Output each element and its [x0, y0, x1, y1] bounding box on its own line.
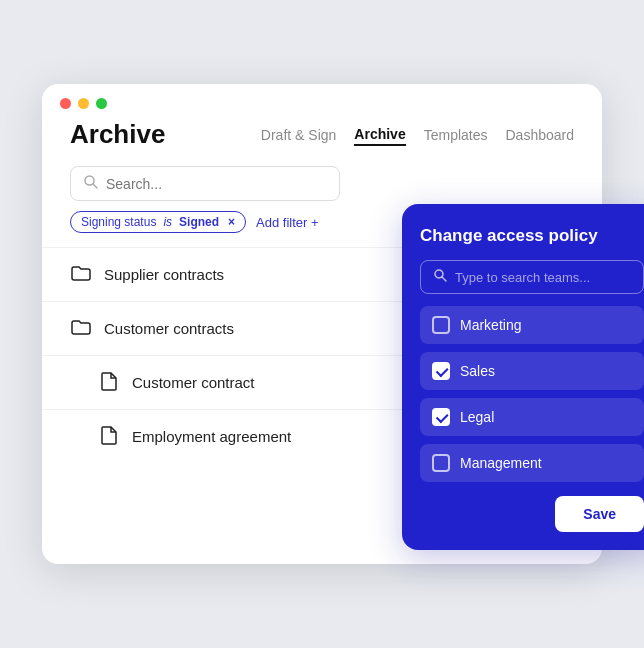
marketing-checkbox[interactable]: [432, 316, 450, 334]
list-item-label: Employment agreement: [132, 428, 291, 445]
save-button[interactable]: Save: [555, 496, 644, 532]
team-item-legal[interactable]: Legal: [420, 398, 644, 436]
list-item-label: Customer contract: [132, 374, 255, 391]
legal-checkbox[interactable]: [432, 408, 450, 426]
panel-search-input[interactable]: [455, 270, 631, 285]
team-item-sales[interactable]: Sales: [420, 352, 644, 390]
team-item-marketing[interactable]: Marketing: [420, 306, 644, 344]
filter-is: is: [163, 215, 172, 229]
panel-title: Change access policy: [420, 226, 644, 246]
titlebar: [42, 84, 602, 119]
management-checkbox[interactable]: [432, 454, 450, 472]
nav-dashboard[interactable]: Dashboard: [506, 125, 575, 145]
search-input[interactable]: [106, 176, 327, 192]
search-row: [42, 160, 602, 201]
file-icon: [98, 370, 120, 395]
header: Archive Draft & Sign Archive Templates D…: [42, 119, 602, 160]
minimize-dot[interactable]: [78, 98, 89, 109]
filter-value: Signed: [179, 215, 219, 229]
access-policy-panel: Change access policy Marketing Sales Leg…: [402, 204, 644, 550]
signing-status-filter[interactable]: Signing status is Signed ×: [70, 211, 246, 233]
folder-icon: [70, 262, 92, 287]
panel-search-icon: [433, 268, 447, 286]
team-label: Marketing: [460, 317, 521, 333]
maximize-dot[interactable]: [96, 98, 107, 109]
svg-line-3: [442, 277, 446, 281]
nav-draft-sign[interactable]: Draft & Sign: [261, 125, 336, 145]
team-label: Sales: [460, 363, 495, 379]
top-nav: Draft & Sign Archive Templates Dashboard: [261, 124, 574, 146]
nav-templates[interactable]: Templates: [424, 125, 488, 145]
panel-search-box[interactable]: [420, 260, 644, 294]
svg-line-1: [93, 184, 97, 188]
folder-icon: [70, 316, 92, 341]
sales-checkbox[interactable]: [432, 362, 450, 380]
team-item-management[interactable]: Management: [420, 444, 644, 482]
team-label: Legal: [460, 409, 494, 425]
filter-close-icon[interactable]: ×: [228, 215, 235, 229]
main-window: Archive Draft & Sign Archive Templates D…: [42, 84, 602, 564]
search-icon: [83, 174, 98, 193]
close-dot[interactable]: [60, 98, 71, 109]
filter-key: Signing status: [81, 215, 156, 229]
nav-archive[interactable]: Archive: [354, 124, 405, 146]
team-label: Management: [460, 455, 542, 471]
list-item-label: Customer contracts: [104, 320, 234, 337]
page-title: Archive: [70, 119, 165, 150]
file-icon: [98, 424, 120, 449]
search-box[interactable]: [70, 166, 340, 201]
list-item-label: Supplier contracts: [104, 266, 224, 283]
add-filter-button[interactable]: Add filter +: [256, 215, 319, 230]
